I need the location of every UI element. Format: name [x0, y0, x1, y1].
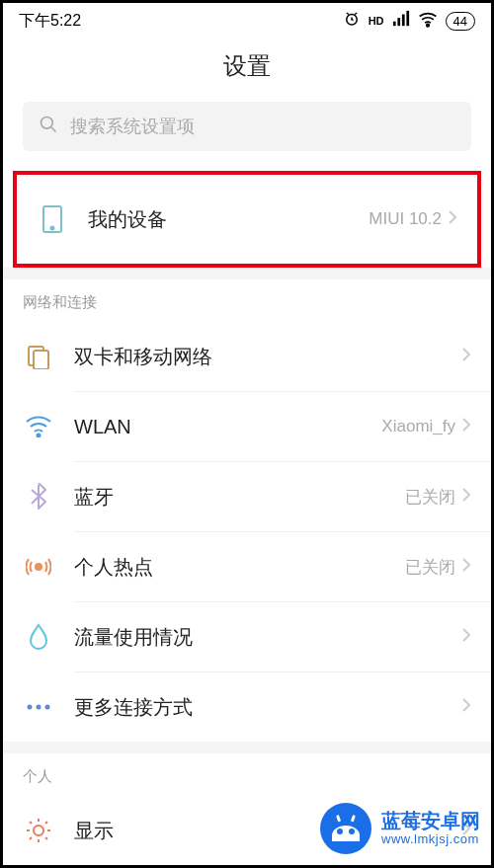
row-label: 我的设备	[88, 206, 359, 233]
row-label: 个人热点	[74, 554, 395, 581]
row-value: 已关闭	[405, 486, 455, 509]
section-header-network: 网络和连接	[3, 279, 491, 322]
hotspot-icon	[23, 554, 54, 580]
battery-indicator: 44	[446, 12, 475, 31]
section-header-personal: 个人	[3, 753, 491, 796]
svg-point-16	[34, 826, 43, 835]
clock: 下午5:22	[19, 11, 81, 32]
row-data-usage[interactable]: 流量使用情况	[3, 602, 491, 671]
sim-icon	[23, 344, 54, 369]
svg-point-15	[45, 705, 50, 710]
svg-rect-2	[397, 18, 400, 26]
svg-point-5	[426, 24, 429, 26]
row-hotspot[interactable]: 个人热点 已关闭	[3, 532, 491, 601]
row-my-device[interactable]: 我的设备 MIUI 10.2	[17, 175, 477, 264]
row-label: 蓝牙	[74, 484, 395, 511]
wifi-icon	[23, 416, 54, 437]
status-bar: 下午5:22 HD 44	[3, 3, 491, 39]
alarm-icon	[343, 10, 361, 32]
row-bluetooth[interactable]: 蓝牙 已关闭	[3, 462, 491, 531]
row-more-connections[interactable]: 更多连接方式	[3, 672, 491, 742]
row-value: 已关闭	[405, 556, 455, 579]
highlight-box: 我的设备 MIUI 10.2	[13, 171, 481, 268]
svg-rect-10	[34, 351, 48, 369]
search-input[interactable]: 搜索系统设置项	[23, 102, 471, 151]
droplet-icon	[23, 623, 54, 651]
section-gap	[3, 742, 491, 753]
row-display[interactable]: 显示	[3, 796, 491, 865]
svg-point-11	[38, 434, 41, 437]
search-icon	[39, 115, 58, 139]
chevron-right-icon	[461, 417, 471, 437]
svg-rect-1	[392, 22, 395, 27]
row-value: Xiaomi_fy	[381, 417, 455, 436]
page-title: 设置	[3, 39, 491, 102]
chevron-right-icon	[461, 557, 471, 578]
svg-point-14	[37, 705, 41, 710]
row-wlan[interactable]: WLAN Xiaomi_fy	[3, 392, 491, 461]
svg-rect-3	[401, 15, 404, 27]
row-label: WLAN	[74, 416, 371, 438]
more-icon	[23, 703, 54, 711]
chevron-right-icon	[448, 209, 457, 230]
row-label: 双卡和移动网络	[74, 344, 446, 370]
chevron-right-icon	[461, 487, 471, 508]
section-gap	[3, 268, 491, 279]
row-label: 流量使用情况	[74, 624, 446, 651]
svg-point-12	[36, 564, 41, 570]
wifi-icon	[418, 10, 438, 32]
svg-point-13	[28, 705, 33, 710]
svg-rect-4	[406, 11, 409, 26]
search-placeholder: 搜索系统设置项	[70, 115, 195, 138]
svg-point-6	[41, 117, 53, 128]
brightness-icon	[23, 817, 54, 844]
chevron-right-icon	[461, 347, 471, 367]
row-value: MIUI 10.2	[369, 209, 442, 229]
signal-icon	[392, 10, 410, 32]
row-dual-sim[interactable]: 双卡和移动网络	[3, 322, 491, 391]
hd-icon: HD	[369, 15, 384, 27]
row-label: 更多连接方式	[74, 694, 446, 721]
chevron-right-icon	[461, 627, 471, 648]
chevron-right-icon	[461, 821, 471, 841]
bluetooth-icon	[23, 483, 54, 511]
svg-point-8	[51, 227, 54, 230]
row-label: 显示	[74, 818, 446, 844]
chevron-right-icon	[461, 697, 471, 718]
phone-icon	[37, 204, 68, 234]
